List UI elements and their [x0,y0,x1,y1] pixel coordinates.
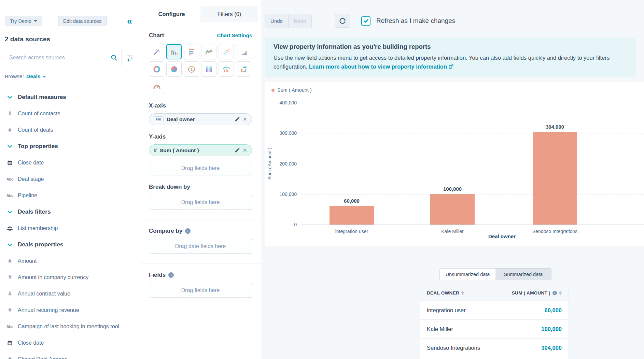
deal-owner-cell: Sendoso Integrations [427,345,480,351]
gridline [302,164,644,164]
item-label: Count of deals [18,127,53,133]
amount-cell[interactable]: 100,000 [541,326,562,332]
field-item-count-of-contacts[interactable]: #Count of contacts [5,105,134,122]
tab-filters[interactable]: Filters (0) [200,6,258,22]
y-axis-title: Sum ( Amount ) [267,140,272,188]
number-type-icon: # [5,258,15,264]
sidebar-divider [0,85,140,85]
refresh-button[interactable] [335,14,350,28]
x-axis-title: Deal owner [488,233,516,239]
fields-dropzone[interactable]: Drag fields here [149,283,252,298]
edit-pencil-icon[interactable] [235,148,240,153]
info-icon[interactable]: i [168,272,174,278]
combo-chart-icon-button[interactable] [219,61,234,77]
tab-summarized-data[interactable]: Summarized data [495,269,551,280]
line-chart-icon-button[interactable] [201,44,216,59]
edit-data-sources-button[interactable]: Edit data sources [58,16,107,26]
field-item-amount-in-company-currency[interactable]: #Amount in company currency [5,269,134,286]
magic-wand-icon-button[interactable] [149,44,164,59]
column-header-sum-amount[interactable]: SUM ( AMOUNT )i [512,290,562,296]
sort-icon[interactable] [461,291,464,295]
table-row[interactable]: Kale Miller100,000 [420,320,569,339]
field-item-annual-contract-value[interactable]: #Annual contract value [5,286,134,302]
info-icon[interactable]: i [552,291,557,295]
deal-owner-cell: Kale Miller [427,326,453,332]
table-row[interactable]: integration user60,000 [420,301,569,320]
field-item-close-date[interactable]: Close date [5,335,134,351]
field-item-annual-recurring-revenue[interactable]: #Annual recurring revenue [5,302,134,318]
field-item-close-date[interactable]: Close date [5,155,134,171]
refresh-checkbox[interactable] [361,16,370,26]
amount-cell[interactable]: 304,000 [541,345,562,351]
try-demo-button[interactable]: Try Demo [5,16,42,26]
breakdown-dropzone[interactable]: Drag fields here [149,195,252,210]
collapse-sidebar-icon[interactable]: « [127,18,134,25]
section-header-top-properties[interactable]: Top properties [5,138,134,155]
y-axis-field-pill[interactable]: # Sum ( Amount ) ✕ [149,144,252,156]
pivot-table-icon-button[interactable] [236,61,251,77]
chevron-down-icon [34,20,37,22]
pie-chart-icon-button[interactable] [166,61,182,77]
column-header-deal-owner[interactable]: DEAL OWNER [427,290,464,296]
sort-icon[interactable] [559,291,562,295]
section-header-deals-properties[interactable]: Deals properties [5,236,134,253]
search-icon[interactable] [111,54,117,61]
report-builder-app: Try Demo Edit data sources « 2 data sour… [0,0,644,359]
tab-unsummarized-data[interactable]: Unsummarized data [440,269,495,280]
chart-settings-link[interactable]: Chart Settings [217,32,252,38]
donut-chart-icon-button[interactable] [149,61,164,77]
area-chart-icon-button[interactable] [236,44,251,59]
config-divider [140,263,261,263]
y-tick-label: 0 [294,222,297,227]
chart-card: Sum ( Amount ) Sum ( Amount ) 400,000300… [265,82,644,246]
bar-chart-icon-button[interactable] [184,44,199,59]
undo-button[interactable]: Undo [265,14,288,28]
number-type-icon: # [5,356,15,359]
browse-deals-dropdown[interactable]: Deals [26,73,40,80]
bar-kale-miller[interactable] [430,194,475,225]
gauge-icon-button[interactable] [149,79,164,94]
info-icon[interactable]: i [185,228,191,234]
x-axis-field-pill[interactable]: Abc Deal owner ✕ [149,113,252,125]
kpi-number-icon-button[interactable]: 1 [184,61,199,77]
table-row[interactable]: Sendoso Integrations304,000 [420,339,569,357]
field-item-campaign-of-last-booking-in-meetings-tool[interactable]: AbcCampaign of last booking in meetings … [5,318,134,335]
x-tick-label: Sendoso Integrations [532,229,577,234]
search-sources-input[interactable] [9,55,111,61]
section-header-default-measures[interactable]: Default measures [5,89,134,105]
bar-sendoso-integrations[interactable] [533,132,577,225]
item-label: Deal stage [18,176,44,182]
field-item-count-of-deals[interactable]: #Count of deals [5,122,134,138]
text-type-icon: Abc [5,177,15,181]
item-label: Pipeline [18,192,37,199]
edit-pencil-icon[interactable] [235,117,240,122]
configure-panel: Configure Filters (0) Chart Chart Settin… [140,0,261,359]
tab-configure[interactable]: Configure [143,6,200,22]
chevron-down-icon [5,145,15,148]
bar-integration-user[interactable] [330,206,374,225]
chart-legend[interactable]: Sum ( Amount ) [271,87,312,93]
compare-by-dropzone[interactable]: Drag date fields here [149,239,252,254]
y-axis-dropzone[interactable]: Drag fields here [149,161,252,175]
learn-more-link[interactable]: Learn more about how to view property in… [309,63,447,70]
field-item-deal-stage[interactable]: AbcDeal stage [5,171,134,187]
field-item-amount[interactable]: #Amount [5,253,134,269]
breakdown-label: Break down by [149,184,252,190]
table-row-partial [420,357,569,359]
bar-value-label: 60,000 [344,198,360,204]
compare-by-label: Compare by i [149,228,252,234]
filter-sliders-icon[interactable] [126,54,134,62]
field-item-list-membership[interactable]: List membership [5,220,134,236]
remove-field-icon[interactable]: ✕ [243,148,247,153]
field-item-pipeline[interactable]: AbcPipeline [5,187,134,204]
redo-button[interactable]: Redo [288,14,311,28]
y-tick-label: 400,000 [279,100,297,105]
item-label: Default measures [18,94,66,101]
table-grid-icon-button[interactable] [201,61,216,77]
field-item-closed-deal-amount[interactable]: #Closed Deal Amount [5,351,134,359]
remove-field-icon[interactable]: ✕ [243,117,247,122]
column-chart-icon-button[interactable] [166,44,182,59]
scatter-chart-icon-button[interactable] [219,44,234,59]
section-header-deals-filters[interactable]: Deals filters [5,204,134,220]
amount-cell[interactable]: 60,000 [545,307,562,314]
